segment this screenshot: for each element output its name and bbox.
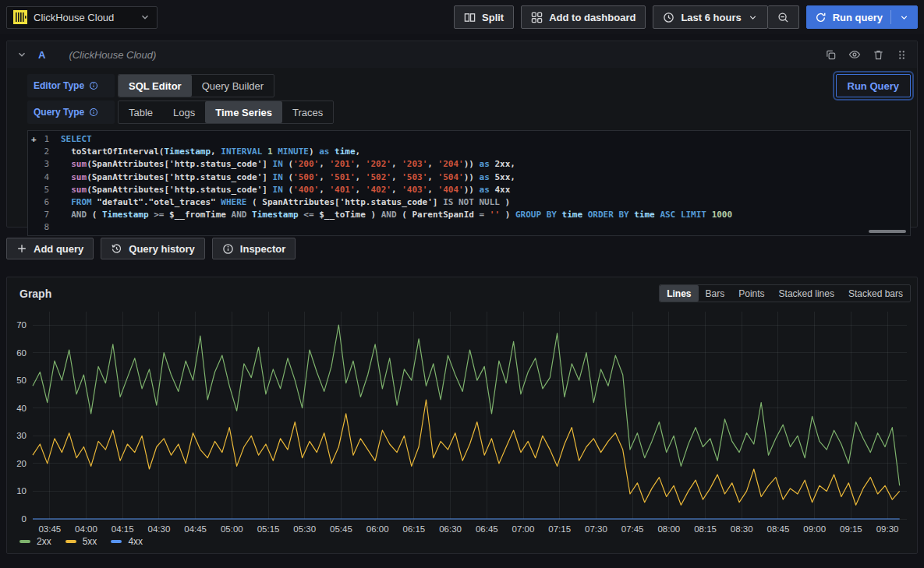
x-axis-tick-label: 04:45 xyxy=(184,524,207,534)
code-line-6: 6 FROM "default"."otel_traces" WHERE ( S… xyxy=(28,196,910,209)
legend-item-5xx[interactable]: 5xx xyxy=(65,536,97,547)
graph-style-option-lines[interactable]: Lines xyxy=(660,285,698,302)
datasource-picker[interactable]: ClickHouse Cloud xyxy=(6,6,158,29)
add-to-dashboard-button[interactable]: Add to dashboard xyxy=(521,5,646,29)
x-axis-tick-label: 03:45 xyxy=(38,524,61,534)
x-axis-tick-label: 05:30 xyxy=(293,524,316,534)
chevron-down-icon xyxy=(748,12,758,23)
duplicate-query-icon[interactable] xyxy=(825,49,837,61)
time-range-button[interactable]: Last 6 hours xyxy=(653,5,767,29)
query-history-button[interactable]: Query history xyxy=(101,238,205,259)
editor-horizontal-scrollbar[interactable] xyxy=(869,230,906,233)
x-axis-tick-label: 05:15 xyxy=(257,524,280,534)
legend-item-4xx[interactable]: 4xx xyxy=(111,536,143,547)
inspector-button[interactable]: Inspector xyxy=(212,238,296,259)
x-axis-tick-label: 04:00 xyxy=(75,524,97,534)
query-type-option-table[interactable]: Table xyxy=(119,101,163,123)
query-type-radio-group: TableLogsTime SeriesTraces xyxy=(118,101,334,124)
x-axis-tick-label: 07:45 xyxy=(621,524,644,534)
delete-query-icon[interactable] xyxy=(873,49,884,61)
query-datasource-hint: (ClickHouse Cloud) xyxy=(69,49,156,61)
x-axis-tick-label: 08:00 xyxy=(657,524,680,534)
x-axis-tick-label: 08:45 xyxy=(767,524,790,534)
info-circle-icon xyxy=(222,243,234,255)
x-axis-tick-label: 06:00 xyxy=(366,524,389,534)
x-axis-tick-label: 08:15 xyxy=(694,524,717,534)
y-axis-tick-label: 50 xyxy=(16,376,27,385)
graph-style-option-bars[interactable]: Bars xyxy=(699,285,732,302)
plus-icon xyxy=(16,243,27,254)
line-number: 3 xyxy=(28,158,61,171)
x-axis-tick-label: 04:15 xyxy=(112,524,134,534)
x-axis-tick-label: 06:30 xyxy=(439,524,462,534)
query-editor-panel: A (ClickHouse Cloud) Editor Typ xyxy=(6,41,918,228)
x-axis-tick-label: 04:30 xyxy=(148,524,171,534)
split-label: Split xyxy=(482,12,504,23)
graph-style-radio-group: LinesBarsPointsStacked linesStacked bars xyxy=(659,284,911,302)
code-line-3: 3 sum(SpanAttributes['http.status_code']… xyxy=(28,158,910,171)
time-range-label: Last 6 hours xyxy=(681,12,741,23)
time-series-chart[interactable]: 03:4504:0004:1504:3004:4505:0005:1505:30… xyxy=(12,304,912,534)
x-axis-tick-label: 06:45 xyxy=(476,524,498,534)
graph-style-option-stacked-bars[interactable]: Stacked bars xyxy=(841,285,910,302)
editor-expand-icon[interactable]: + xyxy=(31,133,37,146)
add-to-dashboard-label: Add to dashboard xyxy=(549,12,635,23)
drag-handle-icon[interactable] xyxy=(896,49,908,61)
y-axis-tick-label: 40 xyxy=(16,404,27,413)
editor-type-row: Editor Type SQL EditorQuery Builder Run … xyxy=(27,74,911,97)
datasource-name: ClickHouse Cloud xyxy=(34,12,114,23)
line-number: 6 xyxy=(28,196,61,209)
run-query-panel-button[interactable]: Run Query xyxy=(836,74,911,97)
chart-legend: 2xx5xx4xx xyxy=(7,534,917,549)
legend-label: 4xx xyxy=(128,536,143,547)
legend-swatch xyxy=(111,540,122,543)
query-type-row: Query Type TableLogsTime SeriesTraces xyxy=(27,101,911,124)
line-number: +1 xyxy=(28,133,61,146)
clickhouse-logo-icon xyxy=(13,10,27,24)
y-axis-tick-label: 60 xyxy=(16,348,27,358)
graph-style-option-points[interactable]: Points xyxy=(731,285,771,302)
series-line-2xx xyxy=(33,325,900,485)
line-number: 8 xyxy=(28,221,61,234)
editor-type-option-sql-editor[interactable]: SQL Editor xyxy=(119,75,192,97)
line-number: 2 xyxy=(28,146,61,158)
split-button[interactable]: Split xyxy=(454,5,514,29)
code-line-8: 8 xyxy=(28,221,910,234)
run-query-button[interactable]: Run query xyxy=(806,5,918,29)
code-line-2: 2 toStartOfInterval(Timestamp, INTERVAL … xyxy=(28,146,910,158)
x-axis-tick-label: 05:45 xyxy=(330,524,352,534)
legend-item-2xx[interactable]: 2xx xyxy=(19,536,51,547)
collapse-chevron-icon[interactable] xyxy=(16,49,27,60)
graph-style-option-stacked-lines[interactable]: Stacked lines xyxy=(772,285,841,302)
info-icon[interactable] xyxy=(89,108,98,117)
y-axis-tick-label: 20 xyxy=(16,459,27,468)
line-number: 7 xyxy=(28,209,61,221)
explore-actions: Add query Query history Inspector xyxy=(6,238,918,259)
clock-icon xyxy=(663,12,674,23)
query-type-option-time-series[interactable]: Time Series xyxy=(205,101,282,123)
editor-type-option-query-builder[interactable]: Query Builder xyxy=(192,75,274,97)
sql-editor[interactable]: +1SELECT2 toStartOfInterval(Timestamp, I… xyxy=(27,130,911,236)
y-axis-tick-label: 70 xyxy=(16,320,27,330)
x-axis-tick-label: 09:15 xyxy=(840,524,862,534)
run-query-dropdown-toggle[interactable] xyxy=(899,12,909,23)
legend-swatch xyxy=(65,540,76,543)
graph-panel-title: Graph xyxy=(19,288,51,300)
x-axis-tick-label: 07:30 xyxy=(585,524,607,534)
toggle-visibility-icon[interactable] xyxy=(848,48,861,61)
add-query-button[interactable]: Add query xyxy=(6,238,94,259)
zoom-out-button[interactable] xyxy=(768,5,799,29)
y-axis-tick-label: 10 xyxy=(16,486,27,496)
apps-grid-icon xyxy=(531,12,543,23)
query-type-option-logs[interactable]: Logs xyxy=(163,101,205,123)
x-axis-tick-label: 06:15 xyxy=(402,524,425,534)
query-type-option-traces[interactable]: Traces xyxy=(282,101,333,123)
x-axis-tick-label: 05:00 xyxy=(221,524,243,534)
x-axis-tick-label: 09:30 xyxy=(876,524,899,534)
y-axis-tick-label: 30 xyxy=(16,431,27,440)
code-line-5: 5 sum(SpanAttributes['http.status_code']… xyxy=(28,184,910,196)
line-number: 4 xyxy=(28,171,61,184)
info-icon[interactable] xyxy=(89,81,98,90)
x-axis-tick-label: 07:15 xyxy=(548,524,571,534)
legend-swatch xyxy=(19,540,30,543)
